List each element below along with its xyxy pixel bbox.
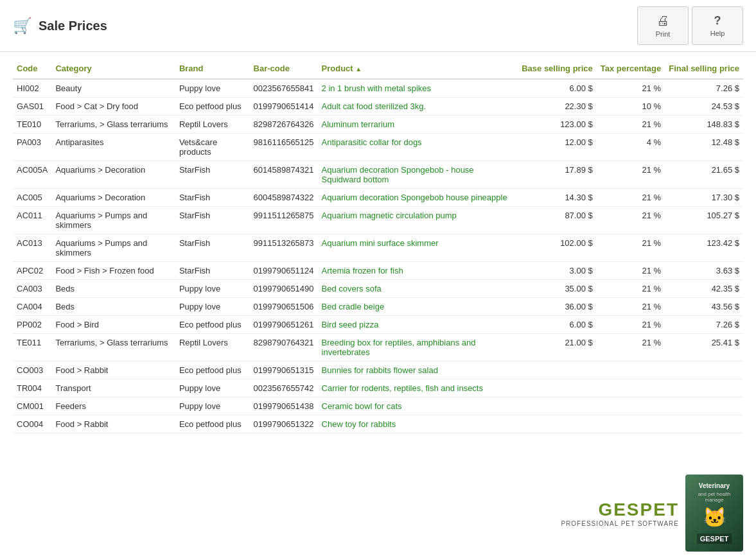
product-link[interactable]: Bed covers sofa bbox=[322, 284, 382, 293]
cell-base-price: 3.00 $ bbox=[518, 262, 597, 280]
cell-code: AC011 bbox=[13, 207, 51, 234]
cell-barcode: 0023567655742 bbox=[250, 379, 318, 397]
cell-barcode: 6014589874321 bbox=[250, 161, 318, 189]
table-container: Code Category Brand Bar-code Product ▲ B… bbox=[0, 52, 756, 440]
label-base-price: Base selling price bbox=[518, 58, 597, 79]
label-product[interactable]: Product ▲ bbox=[318, 58, 518, 79]
cell-barcode: 0023567655841 bbox=[250, 79, 318, 98]
cell-barcode: 8298726764326 bbox=[250, 116, 318, 134]
help-button[interactable]: ? Help bbox=[692, 6, 743, 45]
cell-final-price: 25.41 $ bbox=[665, 334, 743, 362]
table-row: HI002BeautyPuppy love00235676558412 in 1… bbox=[13, 79, 743, 98]
product-link[interactable]: Carrier for rodents, reptiles, fish and … bbox=[322, 383, 483, 393]
table-header-labels: Code Category Brand Bar-code Product ▲ B… bbox=[13, 58, 743, 79]
product-link[interactable]: Bed cradle beige bbox=[322, 302, 385, 311]
product-link[interactable]: Ceramic bowl for cats bbox=[322, 401, 402, 411]
cell-tax: 21 % bbox=[597, 234, 665, 262]
cell-code: PP002 bbox=[13, 316, 51, 334]
cell-product[interactable]: Chew toy for rabbits bbox=[318, 415, 518, 433]
cell-brand: Reptil Lovers bbox=[175, 116, 250, 134]
table-row: CA004BedsPuppy love0199790651506Bed crad… bbox=[13, 298, 743, 316]
cell-code: AC005A bbox=[13, 161, 51, 189]
cell-product[interactable]: Aquarium mini surface skimmer bbox=[318, 234, 518, 262]
cell-product[interactable]: Aquarium decoration Spongebob - house Sq… bbox=[318, 161, 518, 189]
table-row: CO003Food > RabbitEco petfood plus019979… bbox=[13, 362, 743, 379]
cell-code: CO004 bbox=[13, 415, 51, 433]
print-label: Print bbox=[656, 30, 671, 38]
cell-code: TR004 bbox=[13, 379, 51, 397]
product-link[interactable]: Adult cat food sterilized 3kg. bbox=[322, 101, 426, 111]
cell-product[interactable]: Bunnies for rabbits flower salad bbox=[318, 362, 518, 379]
cell-brand: Eco petfood plus bbox=[175, 362, 250, 379]
table-row: CA003BedsPuppy love0199790651490Bed cove… bbox=[13, 280, 743, 298]
label-category: Category bbox=[51, 58, 175, 79]
cell-final-price: 43.56 $ bbox=[665, 298, 743, 316]
cell-code: CA004 bbox=[13, 298, 51, 316]
cell-product[interactable]: 2 in 1 brush with metal spikes bbox=[318, 79, 518, 98]
cell-category: Aquariums > Decoration bbox=[51, 189, 175, 207]
product-link[interactable]: Aquarium decoration Spongebob - house Sq… bbox=[322, 165, 474, 184]
product-link[interactable]: Aquarium mini surface skimmer bbox=[322, 238, 439, 248]
cell-tax: 10 % bbox=[597, 98, 665, 116]
cell-product[interactable]: Antiparasitic collar for dogs bbox=[318, 134, 518, 161]
cell-base-price: 123.00 $ bbox=[518, 116, 597, 134]
cart-icon: 🛒 bbox=[13, 17, 32, 35]
cell-tax: 21 % bbox=[597, 262, 665, 280]
cell-barcode: 9911513265873 bbox=[250, 234, 318, 262]
cell-barcode: 9911511265875 bbox=[250, 207, 318, 234]
cell-product[interactable]: Adult cat food sterilized 3kg. bbox=[318, 98, 518, 116]
cell-product[interactable]: Ceramic bowl for cats bbox=[318, 397, 518, 415]
cell-category: Aquariums > Pumps and skimmers bbox=[51, 207, 175, 234]
cell-product[interactable]: Aquarium decoration Spongebob house pine… bbox=[318, 189, 518, 207]
cell-product[interactable]: Carrier for rodents, reptiles, fish and … bbox=[318, 379, 518, 397]
product-link[interactable]: Bird seed pizza bbox=[322, 320, 379, 329]
product-link[interactable]: Breeding box for reptiles, amphibians an… bbox=[322, 338, 476, 357]
product-link[interactable]: Aquarium decoration Spongebob house pine… bbox=[322, 193, 507, 202]
cell-product[interactable]: Bed cradle beige bbox=[318, 298, 518, 316]
cell-brand: Puppy love bbox=[175, 79, 250, 98]
cell-category: Beds bbox=[51, 298, 175, 316]
cell-barcode: 0199790651124 bbox=[250, 262, 318, 280]
cell-final-price: 7.26 $ bbox=[665, 316, 743, 334]
cell-final-price: 3.63 $ bbox=[665, 262, 743, 280]
cell-barcode: 0199790651315 bbox=[250, 362, 318, 379]
cell-brand: Reptil Lovers bbox=[175, 334, 250, 362]
cell-barcode: 0199790651438 bbox=[250, 397, 318, 415]
table-row: AC013Aquariums > Pumps and skimmersStarF… bbox=[13, 234, 743, 262]
cell-product[interactable]: Breeding box for reptiles, amphibians an… bbox=[318, 334, 518, 362]
cell-category: Terrariums, > Glass terrariums bbox=[51, 116, 175, 134]
cell-product[interactable]: Bird seed pizza bbox=[318, 316, 518, 334]
product-link[interactable]: Antiparasitic collar for dogs bbox=[322, 137, 422, 147]
cell-barcode: 0199790651506 bbox=[250, 298, 318, 316]
product-link[interactable]: Aluminum terrarium bbox=[322, 119, 394, 129]
cell-base-price bbox=[518, 379, 597, 397]
cell-product[interactable]: Artemia frozen for fish bbox=[318, 262, 518, 280]
cell-tax: 21 % bbox=[597, 316, 665, 334]
cell-category: Food > Rabbit bbox=[51, 415, 175, 433]
table-row: APC02Food > Fish > Frozen foodStarFish01… bbox=[13, 262, 743, 280]
label-code: Code bbox=[13, 58, 51, 79]
label-tax: Tax percentage bbox=[597, 58, 665, 79]
product-link[interactable]: 2 in 1 brush with metal spikes bbox=[322, 83, 432, 93]
print-button[interactable]: 🖨 Print bbox=[637, 6, 689, 45]
cell-tax bbox=[597, 397, 665, 415]
product-link[interactable]: Artemia frozen for fish bbox=[322, 266, 403, 275]
cell-base-price: 21.00 $ bbox=[518, 334, 597, 362]
cell-code: TE011 bbox=[13, 334, 51, 362]
cell-brand: StarFish bbox=[175, 161, 250, 189]
cell-category: Aquariums > Pumps and skimmers bbox=[51, 234, 175, 262]
cell-product[interactable]: Bed covers sofa bbox=[318, 280, 518, 298]
cell-tax bbox=[597, 415, 665, 433]
product-link[interactable]: Bunnies for rabbits flower salad bbox=[322, 365, 438, 375]
product-link[interactable]: Chew toy for rabbits bbox=[322, 419, 396, 429]
cell-final-price: 12.48 $ bbox=[665, 134, 743, 161]
table-row: AC005Aquariums > DecorationStarFish60045… bbox=[13, 189, 743, 207]
table-body: HI002BeautyPuppy love00235676558412 in 1… bbox=[13, 79, 743, 433]
help-label: Help bbox=[710, 30, 725, 37]
cell-product[interactable]: Aquarium magnetic circulation pump bbox=[318, 207, 518, 234]
product-link[interactable]: Aquarium magnetic circulation pump bbox=[322, 211, 457, 220]
cell-product[interactable]: Aluminum terrarium bbox=[318, 116, 518, 134]
cell-category: Terrariums, > Glass terrariums bbox=[51, 334, 175, 362]
cell-category: Beds bbox=[51, 280, 175, 298]
cell-brand: Puppy love bbox=[175, 397, 250, 415]
